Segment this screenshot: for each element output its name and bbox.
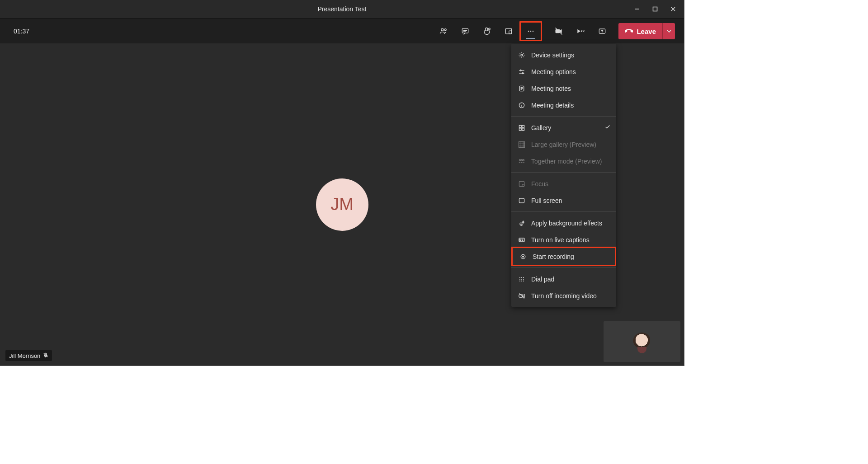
menu-together-mode: Together mode (Preview) bbox=[511, 153, 616, 169]
svg-point-40 bbox=[519, 281, 520, 281]
titlebar: Presentation Test bbox=[0, 0, 684, 18]
svg-point-34 bbox=[519, 277, 520, 278]
video-off-icon bbox=[518, 292, 526, 300]
menu-label: Gallery bbox=[531, 124, 551, 131]
svg-rect-29 bbox=[519, 198, 524, 203]
share-screen-button[interactable] bbox=[591, 21, 613, 41]
svg-rect-19 bbox=[519, 125, 521, 127]
menu-background-effects[interactable]: Apply background effects bbox=[511, 215, 616, 231]
self-view-tile[interactable] bbox=[604, 321, 680, 362]
svg-rect-3 bbox=[462, 28, 468, 33]
menu-label: Large gallery (Preview) bbox=[531, 141, 596, 148]
leave-button[interactable]: Leave bbox=[618, 23, 662, 39]
svg-point-1 bbox=[441, 28, 443, 31]
toolbar-divider bbox=[545, 25, 545, 37]
menu-meeting-notes[interactable]: Meeting notes bbox=[511, 80, 616, 97]
menu-start-recording[interactable]: Start recording bbox=[511, 247, 616, 266]
record-icon bbox=[519, 253, 527, 260]
mic-toggle-button[interactable]: × bbox=[570, 21, 591, 41]
menu-gallery[interactable]: Gallery bbox=[511, 119, 616, 136]
svg-point-36 bbox=[523, 277, 524, 278]
svg-rect-21 bbox=[519, 128, 521, 130]
maximize-button[interactable] bbox=[646, 0, 664, 18]
fullscreen-icon bbox=[518, 197, 526, 204]
svg-point-42 bbox=[523, 281, 524, 281]
menu-large-gallery: Large gallery (Preview) bbox=[511, 136, 616, 153]
sliders-icon bbox=[518, 68, 526, 75]
notes-icon bbox=[518, 85, 526, 92]
camera-toggle-button[interactable] bbox=[548, 21, 570, 41]
svg-point-9 bbox=[533, 31, 534, 32]
menu-turn-off-incoming-video[interactable]: Turn off incoming video bbox=[511, 287, 616, 304]
menu-label: Turn off incoming video bbox=[531, 292, 597, 300]
svg-rect-5 bbox=[506, 28, 512, 34]
menu-label: Focus bbox=[531, 180, 548, 187]
menu-meeting-details[interactable]: Meeting details bbox=[511, 97, 616, 113]
teams-meeting-window: Presentation Test 01:37 bbox=[0, 0, 684, 366]
menu-dial-pad[interactable]: Dial pad bbox=[511, 271, 616, 287]
meeting-toolbar: 01:37 × bbox=[0, 18, 684, 43]
svg-rect-27 bbox=[519, 181, 524, 186]
svg-point-24 bbox=[519, 159, 520, 161]
menu-full-screen[interactable]: Full screen bbox=[511, 192, 616, 209]
large-grid-icon bbox=[518, 141, 526, 148]
svg-point-25 bbox=[521, 159, 522, 161]
minimize-button[interactable] bbox=[628, 0, 646, 18]
svg-point-35 bbox=[521, 277, 522, 278]
menu-label: Meeting details bbox=[531, 102, 574, 109]
menu-label: Device settings bbox=[531, 52, 574, 59]
svg-point-37 bbox=[519, 279, 520, 280]
participant-avatar: JM bbox=[316, 178, 368, 231]
dialpad-icon bbox=[518, 276, 526, 283]
menu-separator bbox=[511, 116, 616, 117]
svg-point-8 bbox=[530, 31, 532, 32]
svg-point-41 bbox=[521, 281, 522, 281]
svg-rect-0 bbox=[653, 7, 657, 11]
participant-name-label: Jill Morrison bbox=[9, 352, 40, 359]
call-timer: 01:37 bbox=[14, 28, 29, 35]
menu-separator bbox=[511, 267, 616, 268]
menu-live-captions[interactable]: Turn on live captions bbox=[511, 231, 616, 248]
svg-rect-23 bbox=[519, 141, 525, 147]
menu-separator bbox=[511, 211, 616, 212]
svg-point-38 bbox=[521, 279, 522, 280]
menu-label: Dial pad bbox=[531, 276, 554, 283]
svg-point-2 bbox=[445, 29, 447, 31]
participant-name-strip: Jill Morrison bbox=[5, 350, 52, 361]
leave-dropdown-button[interactable] bbox=[662, 23, 675, 39]
gear-icon bbox=[518, 52, 526, 59]
window-controls bbox=[628, 0, 682, 18]
menu-label: Turn on live captions bbox=[531, 236, 590, 244]
menu-separator bbox=[511, 172, 616, 173]
more-actions-button[interactable] bbox=[519, 21, 542, 41]
reactions-button[interactable] bbox=[476, 21, 498, 41]
window-title: Presentation Test bbox=[318, 5, 367, 13]
avatar-initials: JM bbox=[330, 195, 354, 214]
menu-label: Together mode (Preview) bbox=[531, 158, 602, 165]
svg-point-7 bbox=[528, 31, 529, 32]
menu-meeting-options[interactable]: Meeting options bbox=[511, 63, 616, 80]
chat-button[interactable] bbox=[454, 21, 476, 41]
leave-label: Leave bbox=[637, 28, 656, 35]
sparkle-icon bbox=[518, 220, 526, 227]
menu-label: Apply background effects bbox=[531, 220, 602, 227]
self-avatar bbox=[633, 333, 651, 351]
svg-rect-20 bbox=[522, 125, 524, 127]
svg-text:×: × bbox=[583, 29, 585, 33]
cc-icon bbox=[518, 236, 526, 244]
menu-label: Meeting notes bbox=[531, 85, 571, 92]
more-actions-menu: Device settings Meeting options Meeting … bbox=[511, 44, 616, 307]
mic-muted-icon bbox=[43, 352, 48, 359]
svg-point-39 bbox=[523, 279, 524, 280]
menu-label: Meeting options bbox=[531, 68, 576, 75]
menu-label: Full screen bbox=[531, 197, 562, 204]
participants-button[interactable] bbox=[433, 21, 454, 41]
svg-point-4 bbox=[489, 28, 491, 30]
rooms-button[interactable] bbox=[498, 21, 519, 41]
close-button[interactable] bbox=[664, 0, 682, 18]
menu-device-settings[interactable]: Device settings bbox=[511, 47, 616, 63]
menu-focus: Focus bbox=[511, 175, 616, 192]
menu-label: Start recording bbox=[533, 253, 574, 260]
svg-point-26 bbox=[523, 159, 524, 161]
focus-icon bbox=[518, 180, 526, 187]
